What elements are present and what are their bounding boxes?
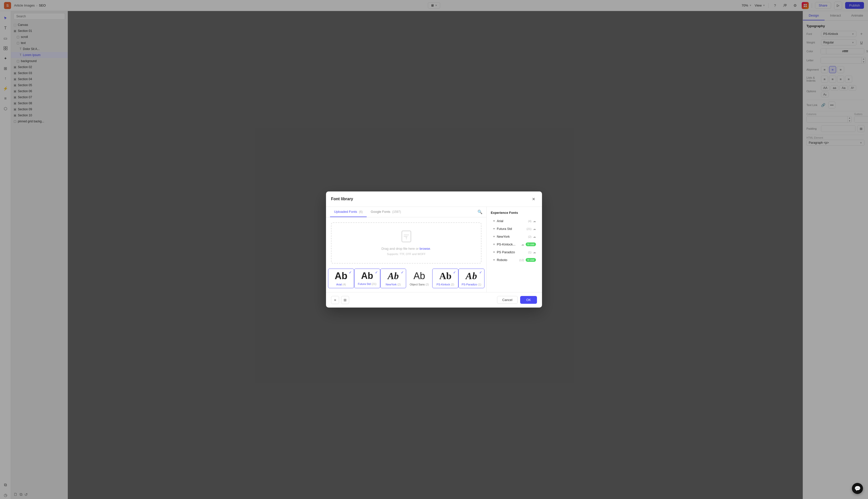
tab-google-fonts[interactable]: Google Fonts (1597): [367, 207, 405, 217]
experience-font-item[interactable]: ▼ Arial (4) ☁: [491, 218, 538, 224]
font-card[interactable]: ✓ Ab NewYork (2): [380, 269, 406, 288]
exp-caret: ▼: [493, 235, 495, 238]
grid-view-button[interactable]: ⊞: [341, 296, 349, 304]
upload-file-icon: T: [401, 230, 411, 245]
modal-title: Font library: [331, 197, 353, 201]
tab-google-count: (1597): [392, 210, 401, 214]
exp-caret: ▼: [493, 220, 495, 222]
exp-font-count: (2): [528, 235, 531, 238]
modal-footer: ≡ ⊞ Cancel OK: [326, 292, 542, 307]
list-view-button[interactable]: ≡: [331, 296, 339, 304]
exp-font-name: Roboto: [497, 258, 518, 262]
modal-body: Uploaded Fonts (6) Google Fonts (1597) 🔍…: [326, 207, 542, 292]
cancel-button[interactable]: Cancel: [497, 296, 518, 304]
font-card[interactable]: Ab Object Sans (2): [406, 269, 432, 288]
font-check-icon: ✓: [375, 270, 378, 275]
font-tabs: Uploaded Fonts (6) Google Fonts (1597) 🔍: [326, 207, 486, 217]
tab-uploaded-count: (6): [359, 210, 363, 214]
cloud-icon: ☁: [521, 243, 524, 246]
font-search-button[interactable]: 🔍: [478, 209, 483, 214]
exp-font-count: (12): [519, 258, 524, 261]
font-card-name: Object Sans (2): [408, 283, 430, 286]
font-check-icon: ✓: [401, 270, 404, 275]
exp-caret: ▼: [493, 251, 495, 254]
font-card[interactable]: ✓ Ab PS-Kinlock (2): [432, 269, 458, 288]
font-card-name: Futura Std (21): [356, 282, 378, 285]
modal-close-button[interactable]: ✕: [530, 195, 537, 203]
experience-fonts-list: ▼ Arial (4) ☁ ▼ Futura Std (21) ☁ ▼ NewY…: [491, 218, 538, 263]
cloud-icon: ☁: [533, 219, 536, 223]
experience-font-item[interactable]: ▼ PS Paradizo (1) ☁: [491, 249, 538, 256]
font-library-modal: Font library ✕ Uploaded Fonts (6) Google…: [326, 192, 542, 307]
font-check-icon: ✓: [349, 270, 352, 275]
font-card-name: PS-Kinlock (2): [434, 283, 456, 286]
exp-caret: ▼: [493, 227, 495, 230]
experience-font-item[interactable]: ▼ PS-Kinlock... ☁ In use: [491, 241, 538, 248]
exp-font-name: NewYork: [497, 235, 527, 239]
font-grid: ✓ Ab Arial (4) ✓ Ab Futura Std (21) ✓ Ab…: [326, 269, 486, 292]
tab-uploaded-label: Uploaded Fonts: [334, 210, 357, 214]
exp-caret: ▼: [493, 243, 495, 246]
exp-font-row[interactable]: ▼ Futura Std (21) ☁: [491, 226, 538, 232]
cloud-icon: ☁: [533, 235, 536, 239]
experience-font-item[interactable]: ▼ Futura Std (21) ☁: [491, 226, 538, 232]
cloud-icon: ☁: [533, 227, 536, 231]
experience-font-item[interactable]: ▼ Roboto (12) In use: [491, 257, 538, 263]
upload-subtitle: Supports: TTF, OTF and WOFF: [387, 253, 426, 256]
font-main: Uploaded Fonts (6) Google Fonts (1597) 🔍…: [326, 207, 487, 292]
exp-font-count: (4): [528, 220, 531, 223]
upload-static-text: Drag and drop file here or: [382, 247, 419, 251]
font-card-name: Arial (4): [330, 283, 352, 286]
font-check-icon: ✓: [453, 270, 456, 275]
tab-google-label: Google Fonts: [371, 210, 390, 214]
font-upload-area[interactable]: T Drag and drop file here or browse. Sup…: [331, 222, 482, 264]
exp-font-name: Arial: [497, 219, 527, 223]
exp-font-row[interactable]: ▼ Roboto (12) In use: [491, 257, 538, 263]
exp-caret: ▼: [493, 258, 495, 261]
modal-overlay[interactable]: Font library ✕ Uploaded Fonts (6) Google…: [0, 0, 868, 499]
exp-font-count: (21): [526, 227, 531, 230]
browse-link[interactable]: browse: [420, 247, 430, 251]
font-check-icon: ✓: [479, 270, 482, 275]
exp-font-name: Futura Std: [497, 227, 525, 231]
footer-action-buttons: Cancel OK: [497, 296, 537, 304]
font-card[interactable]: ✓ Ab Arial (4): [328, 269, 354, 288]
font-card-name: PS-Paradizo (1): [461, 283, 482, 286]
inuse-badge: In use: [526, 258, 536, 262]
chat-bubble[interactable]: 💬: [852, 483, 863, 494]
exp-font-count: (1): [528, 251, 531, 254]
exp-font-row[interactable]: ▼ PS Paradizo (1) ☁: [491, 249, 538, 256]
experience-fonts-panel: Experience Fonts ▼ Arial (4) ☁ ▼ Futura …: [487, 207, 542, 292]
exp-font-row[interactable]: ▼ NewYork (2) ☁: [491, 233, 538, 240]
font-card-name: NewYork (2): [383, 283, 404, 286]
font-card[interactable]: ✓ Ab PS-Paradizo (1): [458, 269, 484, 288]
svg-text:T: T: [405, 237, 407, 240]
exp-font-name: PS-Kinlock...: [497, 242, 518, 246]
experience-font-item[interactable]: ▼ NewYork (2) ☁: [491, 233, 538, 240]
modal-header: Font library ✕: [326, 192, 542, 207]
cloud-icon: ☁: [533, 251, 536, 254]
exp-font-row[interactable]: ▼ PS-Kinlock... ☁ In use: [491, 241, 538, 248]
ok-button[interactable]: OK: [520, 296, 537, 304]
font-sample: Ab: [408, 271, 430, 281]
tab-uploaded-fonts[interactable]: Uploaded Fonts (6): [330, 207, 367, 217]
inuse-badge: In use: [526, 242, 536, 246]
upload-text: Drag and drop file here or browse.: [382, 247, 431, 251]
font-card[interactable]: ✓ Ab Futura Std (21): [354, 269, 380, 288]
exp-font-row[interactable]: ▼ Arial (4) ☁: [491, 218, 538, 224]
experience-fonts-title: Experience Fonts: [491, 211, 538, 215]
footer-view-buttons: ≡ ⊞: [331, 296, 349, 304]
exp-font-name: PS Paradizo: [497, 250, 527, 254]
